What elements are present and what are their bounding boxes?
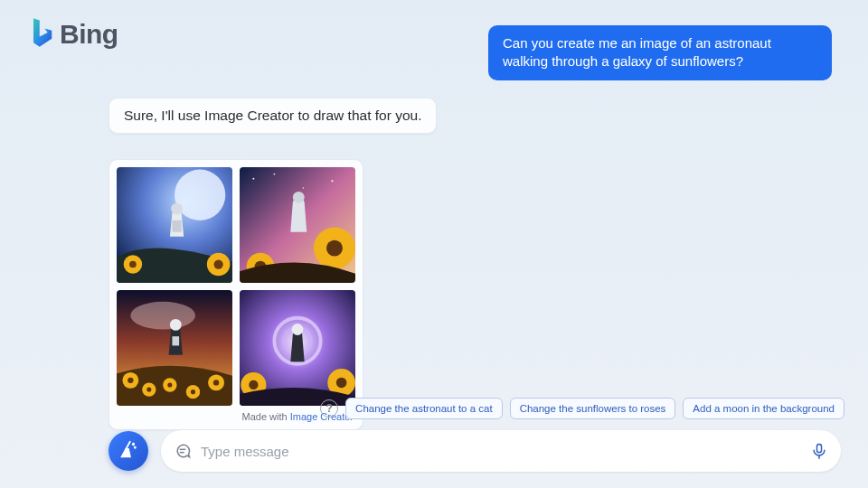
svg-point-31: [213, 380, 219, 385]
svg-point-12: [303, 187, 305, 189]
svg-point-1: [175, 170, 225, 221]
svg-point-39: [336, 378, 347, 389]
generated-image-1[interactable]: [117, 167, 232, 283]
svg-point-6: [129, 261, 137, 268]
composer: [108, 430, 841, 472]
bot-message: Sure, I'll use Image Creator to draw tha…: [108, 98, 437, 134]
svg-rect-3: [172, 221, 181, 232]
svg-point-30: [191, 389, 195, 394]
suggestion-chip-1[interactable]: Change the astronaut to a cat: [345, 398, 503, 419]
message-input[interactable]: [201, 444, 810, 459]
svg-point-27: [127, 378, 133, 383]
attribution-prefix: Made with: [241, 411, 289, 422]
suggestion-chip-2[interactable]: Change the sunflowers to roses: [510, 398, 676, 419]
generated-image-3[interactable]: [117, 290, 232, 406]
microphone-icon[interactable]: [810, 442, 828, 460]
svg-rect-21: [172, 336, 179, 345]
suggestion-chip-3[interactable]: Add a moon in the background: [683, 398, 844, 419]
user-message-text: Can you create me an image of an astrona…: [503, 35, 771, 69]
svg-point-2: [171, 203, 183, 215]
svg-point-19: [130, 302, 195, 330]
svg-point-29: [167, 382, 172, 387]
new-topic-button[interactable]: [108, 431, 148, 471]
svg-point-16: [326, 240, 343, 257]
svg-rect-44: [817, 445, 822, 453]
chat-area: Can you create me an image of an astrona…: [108, 25, 841, 408]
svg-point-9: [252, 178, 254, 180]
svg-point-35: [292, 324, 304, 335]
chat-bubble-icon: [174, 442, 192, 460]
message-input-container: [161, 430, 841, 472]
generated-image-2[interactable]: [240, 167, 355, 283]
generated-image-4[interactable]: [240, 290, 355, 406]
svg-point-11: [331, 180, 333, 182]
svg-point-28: [146, 388, 151, 392]
svg-point-40: [133, 444, 134, 445]
bing-logo-icon: [29, 16, 54, 52]
user-message: Can you create me an image of an astrona…: [488, 25, 832, 80]
suggestion-chips: ? Change the astronaut to a cat Change t…: [320, 398, 844, 419]
help-icon[interactable]: ?: [320, 399, 338, 418]
broom-icon: [118, 439, 138, 463]
svg-point-7: [214, 259, 223, 268]
svg-point-38: [249, 380, 258, 389]
image-results-card: Made with Image Creator: [108, 159, 363, 430]
bot-message-text: Sure, I'll use Image Creator to draw tha…: [124, 108, 421, 123]
bing-logo[interactable]: Bing: [29, 16, 118, 52]
svg-point-10: [274, 174, 276, 175]
svg-point-13: [293, 192, 305, 203]
svg-point-41: [135, 447, 136, 448]
svg-point-20: [170, 319, 182, 331]
